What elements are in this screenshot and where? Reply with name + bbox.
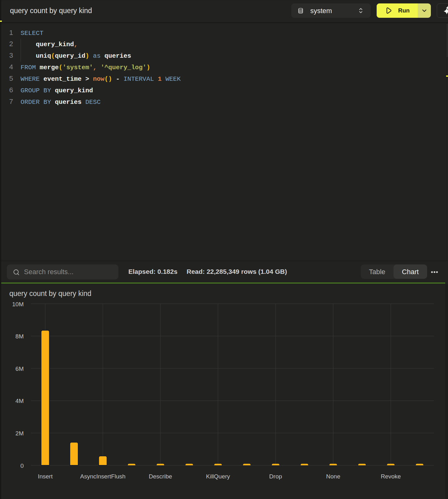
svg-text:Revoke: Revoke [381,473,401,480]
svg-text:None: None [326,473,340,480]
svg-text:Drop: Drop [269,473,282,480]
svg-text:4M: 4M [16,398,24,404]
svg-text:8M: 8M [16,333,24,340]
svg-text:0: 0 [20,463,24,469]
svg-text:Describe: Describe [149,473,172,480]
svg-text:KillQuery: KillQuery [206,473,230,480]
svg-text:Insert: Insert [38,473,53,480]
svg-text:AsyncInsertFlush: AsyncInsertFlush [80,473,126,480]
svg-text:2M: 2M [16,430,24,437]
svg-text:10M: 10M [12,301,24,308]
svg-text:6M: 6M [16,366,24,372]
